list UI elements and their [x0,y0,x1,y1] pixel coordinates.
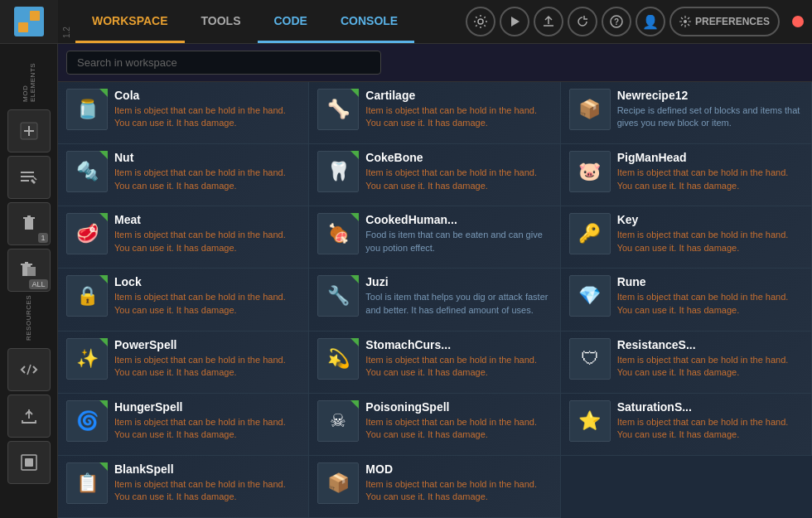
play-button[interactable] [500,7,529,36]
grid-item-blankspell[interactable]: 📋 BlankSpell Item is object that can be … [58,456,309,518]
mod-elements-label: Mod elements [22,48,36,106]
grid-item-rune[interactable]: 💎 Rune Item is object that can be hold i… [561,269,812,331]
logo-icon [14,7,44,36]
workspace-view-button[interactable] [7,441,51,484]
item-corner-badge [350,338,359,346]
upload-button[interactable] [534,7,563,36]
svg-rect-12 [21,172,34,173]
item-info: SaturationS... Item is object that can b… [617,400,803,442]
svg-rect-13 [21,176,34,177]
item-info: Juzi Tool is item that helps you dig or … [365,275,551,317]
item-icon: 📦 [317,462,359,504]
export-button[interactable] [7,395,51,438]
item-name: CookedHuman... [365,213,551,226]
item-name: SaturationS... [617,400,803,414]
grid-item-newrecipe12[interactable]: 📦 Newrecipe12 Recipe is defined set of b… [561,82,812,144]
edit-element-button[interactable] [7,156,51,199]
svg-marker-5 [511,17,520,27]
svg-point-4 [478,19,483,24]
grid-item-cartilage[interactable]: 🦴 Cartilage Item is object that can be h… [309,82,560,144]
nav-workspace[interactable]: WORKSPACE [75,0,185,43]
item-info: CookedHuman... Food is item that can be … [365,213,551,254]
user-button[interactable]: 👤 [636,7,665,36]
svg-text:?: ? [614,17,619,27]
close-button[interactable] [792,16,804,27]
grid-item-key[interactable]: 🔑 Key Item is object that can be hold in… [561,206,812,269]
item-info: StomachCurs... Item is object that can b… [365,338,551,380]
grid-item-cola[interactable]: 🫙 Cola Item is object that can be hold i… [58,82,309,144]
settings-button[interactable] [466,7,495,36]
item-icon-wrapper: 🌀 [66,400,108,442]
item-icon-wrapper: 🥩 [66,213,108,254]
nav-code[interactable]: CODE [258,0,324,43]
item-icon-wrapper: 🔑 [569,213,611,254]
item-name: PoisoningSpell [365,400,551,414]
item-icon-wrapper: 🦷 [317,151,359,192]
grid-item-cokebone[interactable]: 🦷 CokeBone Item is object that can be ho… [309,144,560,206]
item-icon-wrapper: ☠ [317,400,359,442]
logo [0,0,58,43]
help-button[interactable]: ? [602,7,631,36]
item-icon-wrapper: 📦 [569,89,611,130]
item-info: Lock Item is object that can be hold in … [114,275,300,317]
item-info: Cartilage Item is object that can be hol… [365,89,551,130]
grid-item-lock[interactable]: 🔒 Lock Item is object that can be hold i… [58,269,309,331]
item-corner-badge [99,89,108,97]
item-description: Item is object that can be hold in the h… [365,167,551,192]
grid-item-resistances[interactable]: 🛡 ResistanceS... Item is object that can… [561,332,812,394]
item-icon-wrapper: 🫙 [66,89,108,130]
svg-rect-18 [21,264,32,265]
grid-item-powerspell[interactable]: ✨ PowerSpell Item is object that can be … [58,332,309,394]
item-name: PowerSpell [114,338,300,351]
item-info: HungerSpell Item is object that can be h… [114,400,300,442]
add-element-button[interactable] [7,109,51,152]
preferences-button[interactable]: PREFERENCES [669,7,780,36]
nav-console[interactable]: CONSOLE [324,0,414,43]
item-name: Lock [114,275,300,288]
nav-tools[interactable]: TOOLS [185,0,258,43]
code-view-button[interactable] [7,348,51,391]
delete-all-badge: ALL [29,279,47,289]
item-description: Item is object that can be hold in the h… [114,167,300,192]
item-icon-wrapper: 💎 [569,275,611,317]
item-icon: 📦 [569,89,611,130]
grid-item-stomachcurs[interactable]: 💫 StomachCurs... Item is object that can… [309,332,560,394]
item-name: Cola [114,89,300,102]
item-description: Item is object that can be hold in the h… [617,291,803,317]
svg-rect-17 [27,215,31,217]
item-corner-badge [99,213,108,221]
main-layout: Mod elements 1 ALL Resources [0,44,812,518]
grid-item-pigmanhead[interactable]: 🐷 PigManHead Item is object that can be … [561,144,812,206]
grid-item-juzi[interactable]: 🔧 Juzi Tool is item that helps you dig o… [309,269,560,331]
grid-item-saturations[interactable]: ⭐ SaturationS... Item is object that can… [561,394,812,456]
grid-item-mod[interactable]: 📦 MOD Item is object that can be hold in… [309,456,560,518]
delete-all-button[interactable]: ALL [7,249,51,292]
item-name: ResistanceS... [617,338,803,351]
topbar: 1.2 WORKSPACE TOOLS CODE CONSOLE ? 👤 PRE… [0,0,812,44]
search-input[interactable] [66,51,381,75]
item-info: Meat Item is object that can be hold in … [114,213,300,254]
svg-point-8 [684,20,687,23]
item-info: MOD Item is object that can be hold in t… [365,462,551,504]
grid-item-poisoningspell[interactable]: ☠ PoisoningSpell Item is object that can… [309,394,560,456]
grid-item-cookedhuman[interactable]: 🍖 CookedHuman... Food is item that can b… [309,206,560,269]
item-info: PigManHead Item is object that can be ho… [617,151,803,192]
grid-item-hungerspell[interactable]: 🌀 HungerSpell Item is object that can be… [58,394,309,456]
grid-item-meat[interactable]: 🥩 Meat Item is object that can be hold i… [58,206,309,269]
item-icon-wrapper: 🐷 [569,151,611,192]
left-panel: Mod elements 1 ALL Resources [0,44,58,518]
delete-element-button[interactable]: 1 [7,202,51,245]
item-icon-wrapper: 🔧 [317,275,359,317]
item-info: PowerSpell Item is object that can be ho… [114,338,300,380]
item-description: Item is object that can be hold in the h… [617,354,803,380]
refresh-button[interactable] [568,7,597,36]
content-area: 🫙 Cola Item is object that can be hold i… [58,44,812,518]
item-name: Key [617,213,803,226]
item-description: Item is object that can be hold in the h… [617,229,803,254]
nav-items: WORKSPACE TOOLS CODE CONSOLE [75,0,414,43]
svg-rect-16 [23,217,35,219]
grid-item-nut[interactable]: 🔩 Nut Item is object that can be hold in… [58,144,309,206]
item-description: Item is object that can be hold in the h… [365,416,551,442]
item-icon: 🛡 [569,338,611,380]
item-corner-badge [99,151,108,159]
